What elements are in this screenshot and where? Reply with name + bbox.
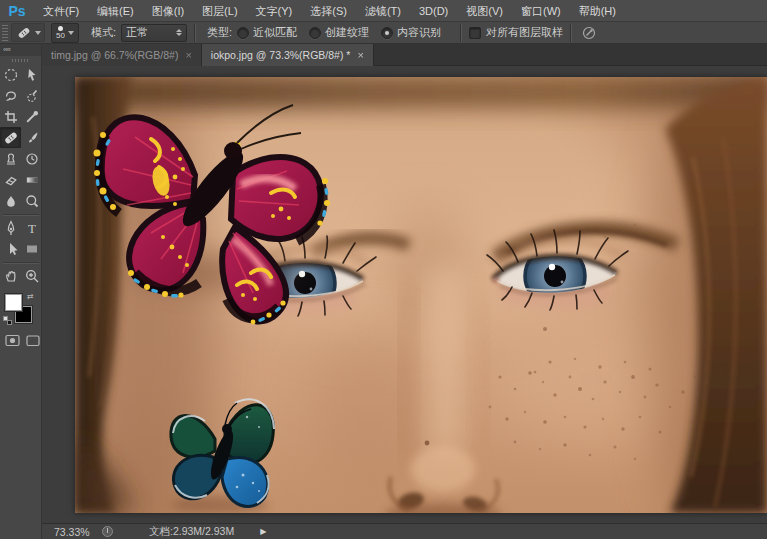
menu-select[interactable]: 选择(S): [301, 0, 356, 22]
photoshop-window: Ps 文件(F) 编辑(E) 图像(I) 图层(L) 文字(Y) 选择(S) 滤…: [0, 0, 767, 539]
zoom-tool[interactable]: [21, 265, 42, 286]
status-info-icon[interactable]: [102, 526, 113, 537]
photo-canvas[interactable]: [75, 77, 767, 513]
menu-view[interactable]: 视图(V): [457, 0, 512, 22]
move-tool[interactable]: [21, 64, 42, 85]
menu-filter[interactable]: 滤镜(T): [356, 0, 410, 22]
tab-label: iokpo.jpg @ 73.3%(RGB/8#) *: [211, 49, 351, 61]
menu-layer[interactable]: 图层(L): [193, 0, 246, 22]
collapse-panel-button[interactable]: ««: [0, 44, 41, 56]
history-brush-tool[interactable]: [21, 148, 42, 169]
zoom-level-field[interactable]: 73.33%: [42, 526, 94, 538]
tab-timg[interactable]: timg.jpg @ 66.7%(RGB/8#) ×: [42, 44, 202, 66]
options-grip[interactable]: [2, 25, 8, 41]
menu-file[interactable]: 文件(F): [34, 0, 88, 22]
tool-preset-picker[interactable]: [11, 23, 45, 42]
document-size-info: 文档:2.93M/2.93M: [149, 525, 234, 539]
menu-help[interactable]: 帮助(H): [570, 0, 625, 22]
tool-grid: T: [0, 64, 41, 286]
mode-dropdown[interactable]: 正常: [121, 24, 187, 42]
radio-content-aware[interactable]: 内容识别: [381, 25, 441, 40]
blur-tool[interactable]: [0, 190, 21, 211]
tools-panel: ««: [0, 44, 42, 539]
menu-type[interactable]: 文字(Y): [247, 0, 302, 22]
radio-icon: [309, 27, 321, 39]
svg-text:T: T: [28, 220, 36, 235]
sample-all-layers-option[interactable]: 对所有图层取样: [469, 25, 563, 40]
document-tab-strip: timg.jpg @ 66.7%(RGB/8#) × iokpo.jpg @ 7…: [42, 44, 767, 66]
screen-mode-icon[interactable]: [26, 335, 41, 347]
status-bar: 73.33% 文档:2.93M/2.93M ▶: [42, 523, 767, 539]
ps-logo: Ps: [0, 3, 34, 19]
gradient-tool[interactable]: [21, 169, 42, 190]
spot-healing-brush-tool[interactable]: [0, 127, 21, 148]
separator: [460, 24, 462, 42]
swap-colors-icon[interactable]: ⇄: [27, 292, 34, 301]
radio-icon-selected: [381, 27, 393, 39]
radio-icon: [237, 27, 249, 39]
panel-grip[interactable]: [12, 59, 30, 62]
brush-tip-preview: 50: [56, 26, 65, 40]
quick-mask-icon[interactable]: [5, 334, 20, 347]
radio-label: 创建纹理: [325, 25, 369, 40]
separator: [570, 24, 572, 42]
separator: [194, 24, 196, 42]
menu-image[interactable]: 图像(I): [143, 0, 193, 22]
tablet-pressure-icon[interactable]: [581, 25, 597, 41]
updown-arrows-icon: [176, 29, 182, 36]
chevron-down-icon: [68, 31, 74, 35]
default-colors-icon[interactable]: [3, 316, 12, 325]
eraser-tool[interactable]: [0, 169, 21, 190]
options-bar: 50 模式: 正常 类型: 近似匹配 创建纹理 内容识别: [0, 22, 767, 44]
path-selection-tool[interactable]: [0, 238, 21, 259]
brush-size-value: 50: [56, 32, 65, 40]
tab-iokpo[interactable]: iokpo.jpg @ 73.3%(RGB/8#) * ×: [202, 44, 374, 66]
crop-tool[interactable]: [0, 106, 21, 127]
radio-label: 内容识别: [397, 25, 441, 40]
pen-tool[interactable]: [0, 217, 21, 238]
elliptical-marquee-tool[interactable]: [0, 64, 21, 85]
brush-tool[interactable]: [21, 127, 42, 148]
hand-tool[interactable]: [0, 265, 21, 286]
type-radio-group: 近似匹配 创建纹理 内容识别: [237, 25, 453, 40]
toolbar-bottom-icons: [5, 334, 41, 347]
checkbox-icon: [469, 27, 481, 39]
mode-value: 正常: [126, 25, 148, 40]
radio-proximity-match[interactable]: 近似匹配: [237, 25, 297, 40]
mode-label: 模式:: [91, 25, 116, 40]
type-tool[interactable]: T: [21, 217, 42, 238]
close-icon[interactable]: ×: [185, 50, 191, 60]
eyedropper-tool[interactable]: [21, 106, 42, 127]
quick-selection-tool[interactable]: [21, 85, 42, 106]
canvas-pasteboard[interactable]: [42, 66, 767, 523]
rectangle-tool[interactable]: [21, 238, 42, 259]
brush-preset-picker[interactable]: 50: [51, 23, 79, 43]
chevron-down-icon: [35, 31, 41, 35]
foreground-color-swatch[interactable]: [5, 294, 22, 311]
menu-window[interactable]: 窗口(W): [512, 0, 570, 22]
menu-3d[interactable]: 3D(D): [410, 0, 457, 22]
status-menu-arrow[interactable]: ▶: [260, 527, 266, 536]
dodge-tool[interactable]: [21, 190, 42, 211]
clone-stamp-tool[interactable]: [0, 148, 21, 169]
checkbox-label: 对所有图层取样: [486, 25, 563, 40]
close-icon[interactable]: ×: [357, 50, 363, 60]
tab-label: timg.jpg @ 66.7%(RGB/8#): [51, 49, 178, 61]
tool-divider: [0, 259, 42, 265]
tool-divider: [0, 211, 42, 217]
spot-healing-brush-icon: [15, 26, 33, 40]
brush-dot-icon: [58, 26, 63, 31]
radio-create-texture[interactable]: 创建纹理: [309, 25, 369, 40]
lasso-tool[interactable]: [0, 85, 21, 106]
color-swatches: ⇄: [3, 292, 39, 330]
type-label: 类型:: [207, 25, 232, 40]
document-area: timg.jpg @ 66.7%(RGB/8#) × iokpo.jpg @ 7…: [42, 44, 767, 539]
menu-bar: Ps 文件(F) 编辑(E) 图像(I) 图层(L) 文字(Y) 选择(S) 滤…: [0, 0, 767, 22]
radio-label: 近似匹配: [253, 25, 297, 40]
menu-edit[interactable]: 编辑(E): [88, 0, 143, 22]
